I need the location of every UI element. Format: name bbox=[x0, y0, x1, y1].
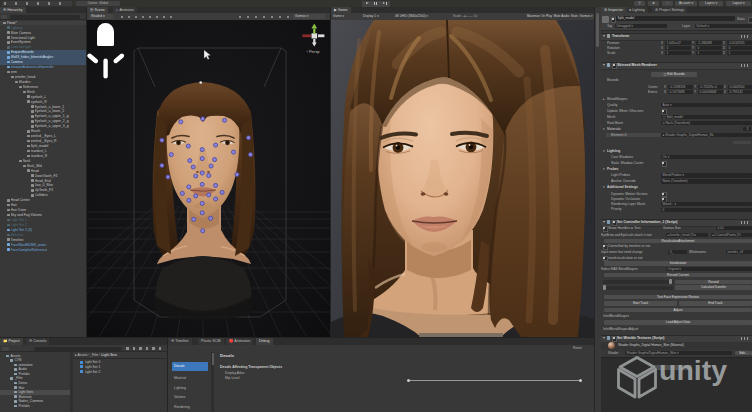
svg-text:‹ Persp: ‹ Persp bbox=[307, 49, 321, 54]
svg-text:unity: unity bbox=[659, 355, 727, 386]
